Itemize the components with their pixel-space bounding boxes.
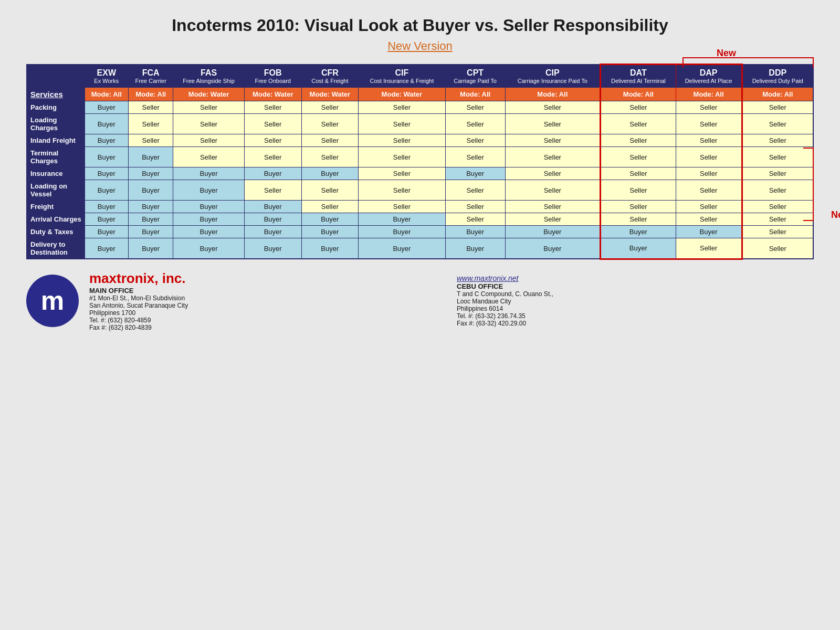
cell-r9-c5: Buyer [359,238,445,259]
mode-cell-3: Mode: Water [244,88,301,101]
cell-r6-c5: Seller [359,201,445,213]
cell-r6-c8: Seller [601,201,676,213]
row-label-2: Inland Freight [27,134,85,147]
cell-r7-c3: Buyer [244,213,301,226]
cell-r7-c7: Seller [505,213,600,226]
cell-r2-c4: Seller [301,134,359,147]
col-code-fca: FCA [130,68,171,78]
cell-r4-c2: Buyer [173,167,245,180]
mode-cell-2: Mode: Water [173,88,245,101]
cell-r8-c4: Buyer [301,226,359,238]
col-desc-cif: Cost Insurance & Freight [360,78,443,84]
cell-r4-c9: Seller [676,167,742,180]
cell-r2-c1: Seller [129,134,173,147]
cell-r0-c4: Seller [301,101,359,114]
mode-cell-9: Mode: All [676,88,742,101]
cell-r8-c8: Buyer [601,226,676,238]
col-desc-fca: Free Carrier [130,78,171,84]
mode-cell-8: Mode: All [601,88,676,101]
col-code-ddp: DDP [744,68,811,78]
col-desc-fas: Free Alongside Ship [175,78,243,84]
cell-r9-c0: Buyer [85,238,129,259]
cell-r4-c10: Seller [742,167,813,180]
table-row: Loading ChargesBuyerSellerSellerSellerSe… [27,114,813,134]
cell-r1-c7: Seller [505,114,600,134]
cell-r4-c8: Seller [601,167,676,180]
cell-r4-c0: Buyer [85,167,129,180]
cell-r0-c0: Buyer [85,101,129,114]
cell-r8-c5: Buyer [359,226,445,238]
cell-r3-c7: Seller [505,147,600,167]
cell-r6-c4: Seller [301,201,359,213]
new-label-right: New [831,209,840,220]
cell-r1-c3: Seller [244,114,301,134]
row-label-0: Packing [27,101,85,114]
cell-r5-c0: Buyer [85,180,129,201]
cell-r4-c1: Buyer [129,167,173,180]
cell-r9-c9: Seller [676,238,742,259]
cell-r8-c0: Buyer [85,226,129,238]
cell-r2-c6: Seller [445,134,505,147]
cell-r4-c3: Buyer [244,167,301,180]
cell-r1-c9: Seller [676,114,742,134]
cell-r4-c6: Buyer [445,167,505,180]
table-row: Delivery to DestinationBuyerBuyerBuyerBu… [27,238,813,259]
col-code-exw: EXW [87,68,127,78]
cell-r3-c0: Buyer [85,147,129,167]
footer-cebu-office: www.maxtronix.net CEBU OFFICE T and C Co… [457,274,814,327]
cell-r0-c1: Seller [129,101,173,114]
cell-r0-c3: Seller [244,101,301,114]
main-office-lines: #1 Mon-El St., Mon-El SubdivisionSan Ant… [89,295,446,331]
cell-r1-c8: Seller [601,114,676,134]
cell-r5-c7: Seller [505,180,600,201]
logo-letter: m [41,286,64,316]
col-code-fob: FOB [246,68,300,78]
cell-r8-c2: Buyer [173,226,245,238]
col-code-cfr: CFR [303,68,357,78]
cebu-office-line: Philippines 6014 [457,305,814,312]
cell-r5-c5: Seller [359,180,445,201]
cebu-office-lines: T and C Compound, C. Ouano St.,Looc Mand… [457,290,814,327]
col-header-fca: FCAFree Carrier [129,65,173,88]
cell-r9-c3: Buyer [244,238,301,259]
mode-cell-7: Mode: All [505,88,600,101]
office-line: #1 Mon-El St., Mon-El Subdivision [89,295,446,302]
cell-r9-c10: Seller [742,238,813,259]
cell-r7-c8: Seller [601,213,676,226]
table-row: PackingBuyerSellerSellerSellerSellerSell… [27,101,813,114]
cell-r3-c6: Seller [445,147,505,167]
col-code-dap: DAP [678,68,740,78]
col-desc-dat: Delivered At Terminal [603,78,674,84]
website[interactable]: www.maxtronix.net [457,274,814,282]
cell-r6-c1: Buyer [129,201,173,213]
mode-cell-4: Mode: Water [301,88,359,101]
cell-r3-c9: Seller [676,147,742,167]
col-desc-dap: Delivered At Place [678,78,740,84]
cell-r9-c7: Buyer [505,238,600,259]
cell-r0-c8: Seller [601,101,676,114]
cell-r3-c1: Buyer [129,147,173,167]
cell-r8-c10: Seller [742,226,813,238]
cell-r7-c9: Seller [676,213,742,226]
cell-r5-c8: Seller [601,180,676,201]
mode-cell-0: Mode: All [85,88,129,101]
row-label-5: Loading on Vessel [27,180,85,201]
cell-r0-c5: Seller [359,101,445,114]
cell-r6-c6: Seller [445,201,505,213]
cell-r7-c0: Buyer [85,213,129,226]
footer: m maxtronix, inc. MAIN OFFICE #1 Mon-El … [26,270,814,331]
cell-r5-c3: Seller [244,180,301,201]
office-line: Fax #: (632) 820-4839 [89,324,446,331]
page-title: Incoterms 2010: Visual Look at Buyer vs.… [172,16,668,35]
cell-r1-c5: Seller [359,114,445,134]
col-code-cif: CIF [360,68,443,78]
cebu-office-line: Looc Mandaue City [457,298,814,305]
col-desc-exw: Ex Works [87,78,127,84]
cell-r6-c9: Seller [676,201,742,213]
mode-cell-1: Mode: All [129,88,173,101]
col-desc-ddp: Delivered Duty Paid [744,78,811,84]
col-code-dat: DAT [603,68,674,78]
col-code-cip: CIP [507,68,598,78]
new-version-link[interactable]: New Version [387,39,453,53]
mode-cell-10: Mode: All [742,88,813,101]
